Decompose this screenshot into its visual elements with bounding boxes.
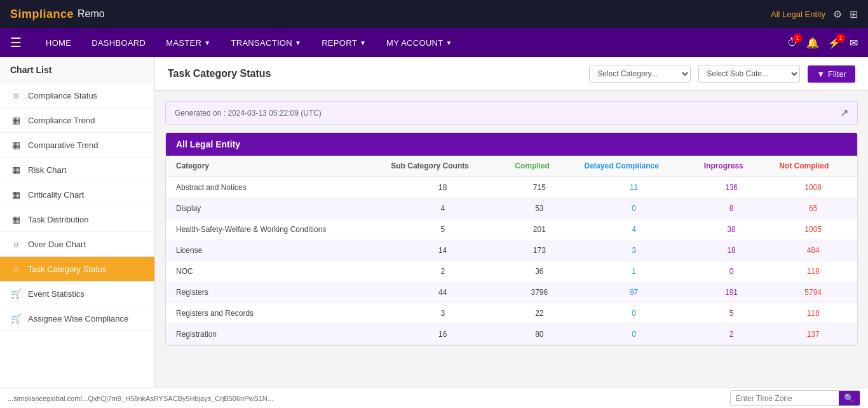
cell-sub-count: 5 — [381, 219, 505, 240]
timezone-search-button[interactable]: 🔍 — [839, 391, 860, 405]
cell-complied: 3796 — [505, 282, 574, 303]
sidebar: Chart List ○ Compliance Status ▦ Complia… — [0, 57, 155, 408]
sidebar-item-task-distribution[interactable]: ▦ Task Distribution — [0, 207, 154, 232]
sidebar-item-risk-chart[interactable]: ▦ Risk Chart — [0, 158, 154, 182]
cell-inprogress: 2 — [694, 324, 770, 345]
col-header-complied: Complied — [505, 156, 574, 177]
table-container: All Legal Entity Category Sub Category C… — [165, 132, 858, 346]
cell-sub-count: 16 — [381, 324, 505, 345]
bar-icon-5: ▦ — [10, 214, 22, 224]
table-row: NOC 2 36 1 0 118 — [166, 261, 857, 282]
table-row: Health-Safety-Welfare & Working Conditio… — [166, 219, 857, 240]
category-select[interactable]: Select Category... — [589, 65, 691, 83]
col-header-category: Category — [166, 156, 381, 177]
content-area: Generated on : 2024-03-13 05:22:09 (UTC)… — [155, 91, 868, 356]
nav-transaction[interactable]: TRANSACTION▼ — [222, 28, 310, 57]
bar-icon-1: ▦ — [10, 115, 22, 125]
cell-category: Health-Safety-Welfare & Working Conditio… — [166, 219, 381, 240]
cell-category: NOC — [166, 261, 381, 282]
nav-master[interactable]: MASTER▼ — [157, 28, 219, 57]
sidebar-item-assignee-wise-compliance[interactable]: 🛒 Assignee Wise Compliance — [0, 306, 154, 331]
timezone-input[interactable] — [731, 391, 839, 405]
cell-complied: 173 — [505, 240, 574, 261]
sidebar-item-task-category-status[interactable]: ○ Task Category Status — [0, 257, 154, 282]
cell-complied: 36 — [505, 261, 574, 282]
sidebar-item-criticality-chart[interactable]: ▦ Criticality Chart — [0, 182, 154, 207]
cell-delayed: 11 — [574, 177, 693, 198]
nav-report[interactable]: REPORT▼ — [313, 28, 375, 57]
sidebar-item-compliance-status[interactable]: ○ Compliance Status — [0, 83, 154, 108]
settings-icon[interactable]: ⚙ — [833, 8, 842, 20]
bar-icon-4: ▦ — [10, 189, 22, 200]
nav-dashboard[interactable]: DASHBOARD — [83, 28, 154, 57]
table-body: Abstract and Notices 18 715 11 136 1008 … — [166, 177, 857, 345]
cell-complied: 22 — [505, 303, 574, 324]
cell-not-complied: 65 — [769, 198, 857, 219]
cell-not-complied: 1008 — [769, 177, 857, 198]
mail-icon-btn[interactable]: ✉ — [850, 37, 858, 49]
generated-bar: Generated on : 2024-03-13 05:22:09 (UTC)… — [165, 101, 858, 125]
sidebar-item-overdue-chart[interactable]: ○ Over Due Chart — [0, 232, 154, 257]
cell-complied: 201 — [505, 219, 574, 240]
generated-text: Generated on : 2024-03-13 05:22:09 (UTC) — [175, 109, 322, 118]
cell-inprogress: 0 — [694, 261, 770, 282]
sidebar-title: Chart List — [0, 57, 154, 83]
bolt-icon-btn[interactable]: ⚡ 1 — [828, 37, 841, 49]
cell-category: Registers and Records — [166, 303, 381, 324]
cell-category: Display — [166, 198, 381, 219]
grid-icon[interactable]: ⊞ — [850, 8, 858, 20]
col-header-sub-count: Sub Category Counts — [381, 156, 505, 177]
bottom-bar: ...simplianceglobal.com/...QxhQj7m9_H58n… — [0, 388, 868, 408]
cell-category: Registration — [166, 324, 381, 345]
circle-icon: ○ — [10, 90, 22, 100]
cell-complied: 80 — [505, 324, 574, 345]
sub-category-select[interactable]: Select Sub Cate... — [698, 65, 800, 83]
bell-icon-btn[interactable]: 🔔 — [806, 37, 819, 49]
timer-badge: 1 — [793, 34, 802, 43]
table-row: Registers 44 3796 97 191 5794 — [166, 282, 857, 303]
table-row: Display 4 53 0 8 65 — [166, 198, 857, 219]
timer-icon-btn[interactable]: ⏱ 1 — [787, 37, 797, 48]
cell-inprogress: 136 — [694, 177, 770, 198]
table-scroll-wrap[interactable]: Category Sub Category Counts Complied De… — [166, 156, 857, 345]
top-right-area: All Legal Entity ⚙ ⊞ — [771, 8, 858, 20]
cell-delayed: 1 — [574, 261, 693, 282]
bell-icon: 🔔 — [806, 37, 819, 48]
cart-icon-2: 🛒 — [10, 313, 22, 323]
cell-sub-count: 2 — [381, 261, 505, 282]
table-row: Abstract and Notices 18 715 11 136 1008 — [166, 177, 857, 198]
cell-not-complied: 484 — [769, 240, 857, 261]
filter-button[interactable]: ▼ Filter — [808, 65, 855, 83]
sidebar-item-event-statistics[interactable]: 🛒 Event Statistics — [0, 282, 154, 306]
export-icon[interactable]: ↗ — [840, 107, 848, 119]
cell-inprogress: 191 — [694, 282, 770, 303]
cell-not-complied: 5794 — [769, 282, 857, 303]
cell-sub-count: 3 — [381, 303, 505, 324]
table-row: Registers and Records 3 22 0 5 118 — [166, 303, 857, 324]
table-row: License 14 173 3 18 484 — [166, 240, 857, 261]
logo-remo: Remo — [78, 8, 105, 20]
hamburger-icon[interactable]: ☰ — [10, 35, 22, 50]
cell-not-complied: 118 — [769, 261, 857, 282]
data-table: Category Sub Category Counts Complied De… — [166, 156, 857, 345]
entity-link[interactable]: All Legal Entity — [771, 10, 825, 19]
cell-not-complied: 1005 — [769, 219, 857, 240]
nav-bar: ☰ HOME DASHBOARD MASTER▼ TRANSACTION▼ RE… — [0, 28, 868, 57]
cell-delayed: 97 — [574, 282, 693, 303]
circle-icon-3: ○ — [10, 264, 22, 274]
cell-not-complied: 118 — [769, 303, 857, 324]
sidebar-item-compliance-trend[interactable]: ▦ Compliance Trend — [0, 108, 154, 133]
sidebar-item-comparative-trend[interactable]: ▦ Comparative Trend — [0, 133, 154, 158]
table-header-row: Category Sub Category Counts Complied De… — [166, 156, 857, 177]
bottom-url: ...simplianceglobal.com/...QxhQj7m9_H58n… — [8, 395, 273, 402]
col-header-not-complied: Not Complied — [769, 156, 857, 177]
col-header-delayed: Delayed Compliance — [574, 156, 693, 177]
nav-home[interactable]: HOME — [37, 28, 80, 57]
page-title: Task Category Status — [168, 68, 581, 79]
nav-myaccount[interactable]: MY ACCOUNT▼ — [377, 28, 461, 57]
cell-sub-count: 14 — [381, 240, 505, 261]
cell-delayed: 3 — [574, 240, 693, 261]
cell-category: Registers — [166, 282, 381, 303]
bar-icon-3: ▦ — [10, 165, 22, 175]
top-bar: Simpliance Remo All Legal Entity ⚙ ⊞ — [0, 0, 868, 28]
